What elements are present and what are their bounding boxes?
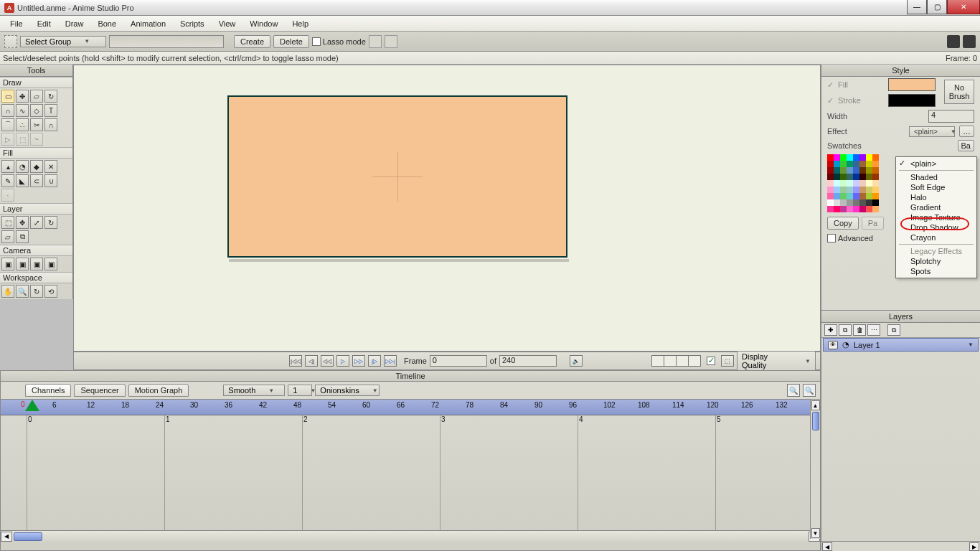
swatch[interactable]	[840, 167, 847, 174]
swatch[interactable]	[872, 187, 879, 193]
layer-group-button[interactable]: ⧉	[887, 324, 900, 336]
swatch[interactable]	[853, 199, 859, 206]
layer-row[interactable]: 👁 ◔ Layer 1 ▼	[823, 338, 979, 352]
swatch[interactable]	[866, 187, 872, 193]
go-end-button[interactable]: ▷▷|	[384, 355, 397, 367]
swatch[interactable]	[853, 161, 859, 167]
swatch[interactable]	[847, 206, 853, 212]
swatch[interactable]	[859, 174, 866, 180]
swatch[interactable]	[827, 167, 834, 174]
tool-layer-trans[interactable]: ⬚	[1, 216, 14, 229]
menu-animation[interactable]: Animation	[123, 18, 173, 29]
swatch[interactable]	[859, 154, 866, 161]
paste-button[interactable]: Pa	[862, 217, 884, 230]
no-brush-button[interactable]: No Brush	[944, 80, 974, 104]
layer-opts-button[interactable]: ⋯	[867, 324, 880, 336]
swatch[interactable]	[827, 161, 834, 167]
opt-icon-1[interactable]	[369, 35, 382, 48]
effect-item-plain[interactable]: <plain>	[896, 159, 976, 169]
swatch[interactable]	[840, 206, 847, 212]
swatch[interactable]	[859, 180, 866, 187]
create-button[interactable]: Create	[234, 35, 270, 48]
tab-motiongraph[interactable]: Motion Graph	[128, 384, 189, 397]
tool-knife[interactable]: ✂	[30, 118, 43, 131]
swatch[interactable]	[853, 187, 859, 193]
swatch[interactable]	[872, 206, 879, 212]
tab-channels[interactable]: Channels	[25, 384, 71, 397]
delete-button[interactable]: Delete	[273, 35, 309, 48]
swatch[interactable]	[847, 187, 853, 193]
swatch[interactable]	[840, 180, 847, 187]
effect-item-crayon[interactable]: Crayon	[896, 232, 976, 242]
tool-createshape[interactable]: ◔	[16, 160, 29, 173]
timeline-vscroll[interactable]: ▲ ▼	[810, 400, 820, 539]
close-button[interactable]: ✕	[947, 0, 980, 14]
swatch[interactable]	[834, 180, 840, 187]
tool-cam-track[interactable]: ▣	[1, 258, 14, 270]
tool-shape[interactable]: ◇	[30, 104, 43, 117]
scroll-thumb-v[interactable]	[812, 412, 819, 430]
swatch[interactable]	[866, 154, 872, 161]
tool-layer-flip[interactable]: ⧉	[16, 230, 29, 243]
swatch[interactable]	[853, 174, 859, 180]
width-input[interactable]: 4	[928, 110, 974, 123]
swatch[interactable]	[872, 193, 879, 199]
swatch[interactable]	[840, 174, 847, 180]
select-group-dropdown[interactable]: Select Group	[20, 36, 106, 47]
swatch[interactable]	[827, 199, 834, 206]
step-fwd-button[interactable]: |▷	[368, 355, 381, 367]
swatch[interactable]	[872, 174, 879, 180]
swatch[interactable]	[834, 206, 840, 212]
viewport-layout[interactable]	[652, 355, 701, 367]
layers-hscroll[interactable]: ◀ ▶	[821, 541, 980, 551]
lasso-mode-checkbox[interactable]: Lasso mode	[312, 37, 366, 46]
layers-scroll-right[interactable]: ▶	[969, 542, 979, 551]
rewind-button[interactable]: ◁◁	[321, 355, 334, 367]
swatch[interactable]	[859, 161, 866, 167]
swatch[interactable]	[866, 199, 872, 206]
timeline-ruler[interactable]: 0 61218243036424854606672788490961021081…	[1, 400, 820, 415]
frame-total-input[interactable]: 240	[499, 355, 557, 367]
tool-selectshape[interactable]: ▴	[1, 160, 14, 173]
menu-scripts[interactable]: Scripts	[173, 18, 212, 29]
tool-translate[interactable]: ✥	[16, 90, 29, 103]
effect-item-splotchy[interactable]: Splotchy	[896, 256, 976, 266]
swatch[interactable]	[866, 174, 872, 180]
tool-hideedge[interactable]: ⊂	[30, 174, 43, 187]
track-area[interactable]: 012345	[1, 415, 820, 530]
tool-reset[interactable]: ⟲	[44, 285, 57, 298]
tool-cam-pantilt[interactable]: ▣	[44, 258, 57, 270]
swatch[interactable]	[859, 193, 866, 199]
swatch[interactable]	[853, 167, 859, 174]
swatch[interactable]	[847, 180, 853, 187]
tool-select[interactable]: ▭	[1, 90, 14, 103]
scroll-up-icon[interactable]: ▲	[811, 400, 820, 410]
tool-paintbucket[interactable]: ◆	[30, 160, 43, 173]
tool-curveprof[interactable]: ∪	[44, 174, 57, 187]
step-dropdown[interactable]: 1	[288, 385, 312, 396]
tool-layer-move[interactable]: ✥	[16, 216, 29, 229]
swatch[interactable]	[840, 154, 847, 161]
opt-icon-2[interactable]	[385, 35, 397, 48]
swatch[interactable]	[827, 174, 834, 180]
menu-bone[interactable]: Bone	[90, 18, 123, 29]
tool-orbit[interactable]: ↻	[30, 285, 43, 298]
character-icon[interactable]	[947, 35, 960, 48]
step-back-button[interactable]: ◁|	[305, 355, 318, 367]
swatch[interactable]	[872, 161, 879, 167]
swatch[interactable]	[853, 154, 859, 161]
tool-layer-shear[interactable]: ▱	[1, 230, 14, 243]
swatch[interactable]	[847, 174, 853, 180]
swatch[interactable]	[859, 206, 866, 212]
zoom-out-button[interactable]: 🔍	[787, 384, 800, 397]
play-button[interactable]: ▷	[336, 355, 349, 367]
crop-tool-icon[interactable]: ⬚	[721, 355, 734, 367]
swatch[interactable]	[859, 167, 866, 174]
swatch[interactable]	[834, 187, 840, 193]
mute-button[interactable]: 🔈	[570, 355, 583, 367]
swatch[interactable]	[853, 180, 859, 187]
advanced-checkbox[interactable]: Advanced	[827, 234, 873, 242]
effect-item-softedge[interactable]: Soft Edge	[896, 182, 976, 192]
del-layer-button[interactable]: 🗑	[853, 324, 866, 336]
effect-item-spots[interactable]: Spots	[896, 266, 976, 276]
